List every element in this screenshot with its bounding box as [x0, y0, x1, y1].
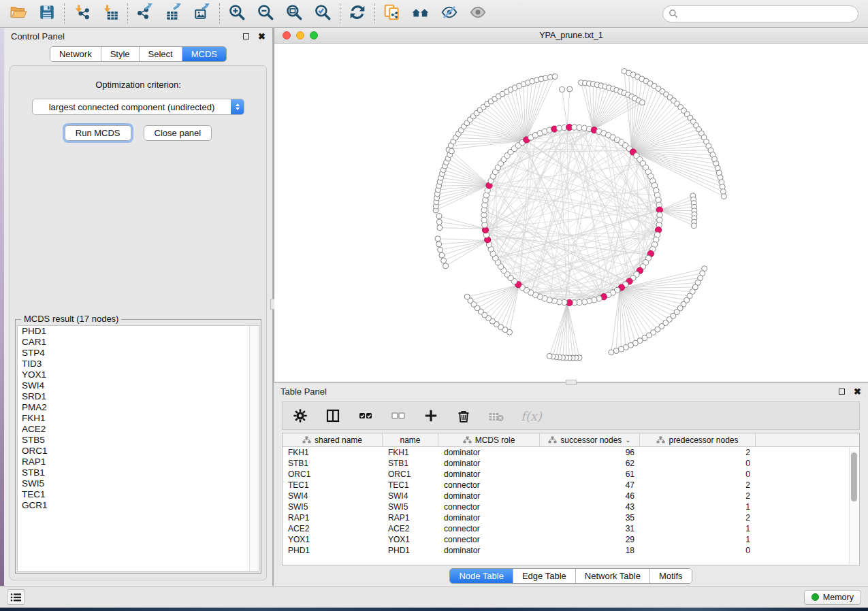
column-header-MCDS-role[interactable]: MCDS role	[438, 433, 540, 446]
zoom-in-button[interactable]	[223, 2, 251, 25]
close-table-panel-icon[interactable]: ✖	[854, 389, 861, 395]
duplicate-network-icon	[383, 3, 401, 24]
save-session-button[interactable]	[33, 2, 61, 25]
horizontal-split-divider[interactable]	[274, 382, 868, 383]
column-header-name[interactable]: name	[383, 433, 438, 446]
settings-button[interactable]	[292, 408, 308, 424]
import-table-button[interactable]	[96, 2, 125, 25]
table-row[interactable]: TEC1TEC1connector472	[283, 480, 859, 491]
table-tab-network-table[interactable]: Network Table	[576, 569, 650, 583]
column-label: name	[400, 435, 420, 445]
select-all-button[interactable]	[357, 408, 374, 424]
hide-selected-button[interactable]	[435, 2, 464, 25]
table-cell: ACE2	[383, 524, 438, 533]
table-scrollbar-thumb[interactable]	[851, 452, 857, 501]
table-tab-edge-table[interactable]: Edge Table	[513, 569, 576, 583]
table-tab-motifs[interactable]: Motifs	[650, 569, 692, 583]
table-cell: SWI5	[283, 502, 383, 512]
mcds-result-item[interactable]: STP4	[18, 348, 259, 359]
control-tab-style[interactable]: Style	[101, 47, 140, 61]
table-scrollbar[interactable]	[849, 448, 858, 564]
float-panel-icon[interactable]	[243, 33, 249, 39]
criterion-selected-value: largest connected component (undirected)	[33, 99, 231, 114]
mcds-result-item[interactable]: YOX1	[18, 369, 259, 380]
control-tab-select[interactable]: Select	[140, 47, 182, 61]
create-column-button[interactable]	[423, 408, 439, 424]
mcds-result-item[interactable]: RAP1	[18, 457, 259, 467]
column-header-shared-name[interactable]: shared name	[283, 433, 383, 446]
table-row[interactable]: ACE2ACE2connector311	[283, 523, 859, 534]
table-cell: 1	[640, 524, 756, 533]
column-header-predecessor-nodes[interactable]: predecessor nodes	[640, 433, 756, 446]
table-cell: SWI4	[283, 491, 383, 501]
optimization-criterion-select[interactable]: largest connected component (undirected)	[32, 99, 244, 115]
mcds-result-item[interactable]: SWI5	[18, 478, 259, 489]
import-network-button[interactable]	[67, 2, 96, 25]
table-row[interactable]: RAP1RAP1dominator352	[283, 512, 859, 523]
float-table-panel-icon[interactable]	[839, 389, 845, 395]
mcds-result-item[interactable]: STB5	[18, 435, 259, 446]
export-table-button[interactable]	[159, 2, 188, 25]
table-row[interactable]: ORC1ORC1dominator610	[283, 469, 859, 480]
close-panel-icon[interactable]: ✖	[258, 33, 266, 39]
mcds-result-item[interactable]: SWI4	[18, 380, 259, 391]
main-toolbar	[0, 0, 868, 28]
save-session-icon	[38, 3, 56, 24]
columns-button[interactable]	[325, 408, 341, 424]
table-cell: 0	[640, 469, 756, 479]
mcds-result-item[interactable]: FKH1	[18, 413, 259, 424]
mcds-result-list[interactable]: PHD1CAR1STP4TID3YOX1SWI4SRD1PMA2FKH1ACE2…	[17, 325, 259, 572]
column-label: successor nodes	[560, 435, 622, 445]
table-row[interactable]: SWI4SWI4dominator462	[283, 491, 859, 501]
mcds-result-item[interactable]: STB1	[18, 467, 259, 478]
zoom-fit-icon	[285, 3, 303, 24]
divider-grip-h[interactable]	[566, 380, 577, 385]
table-cell: 46	[540, 491, 640, 501]
zoom-fit-button[interactable]	[280, 2, 308, 25]
export-network-button[interactable]	[131, 2, 159, 25]
mcds-result-item[interactable]: ORC1	[18, 446, 259, 457]
table-cell: 2	[640, 448, 756, 457]
deselect-all-button[interactable]	[390, 408, 406, 424]
mcds-result-item[interactable]: PMA2	[18, 402, 259, 413]
column-header-successor-nodes[interactable]: successor nodes⌄	[540, 433, 640, 446]
duplicate-network-button[interactable]	[378, 2, 406, 25]
first-neighbors-button[interactable]	[406, 2, 435, 25]
search-input[interactable]	[678, 9, 858, 19]
run-mcds-button[interactable]: Run MCDS	[65, 125, 131, 141]
result-list-scrollbar[interactable]	[249, 326, 259, 571]
refresh-network-button[interactable]	[343, 2, 372, 25]
mcds-result-item[interactable]: PHD1	[18, 326, 259, 337]
search-box[interactable]	[662, 5, 858, 22]
table-row[interactable]: FKH1FKH1dominator962	[283, 447, 859, 458]
table-row[interactable]: PHD1PHD1dominator180	[283, 545, 859, 556]
mcds-result-item[interactable]: ACE2	[18, 424, 259, 435]
open-file-button[interactable]	[4, 2, 33, 25]
memory-button[interactable]: Memory	[804, 590, 861, 605]
network-graph[interactable]	[274, 44, 867, 381]
table-row[interactable]: STB1STB1dominator620	[283, 458, 859, 469]
zoom-out-button[interactable]	[251, 2, 280, 25]
task-history-button[interactable]	[7, 589, 25, 605]
delete-columns-button[interactable]	[455, 408, 472, 424]
zoom-selected-button[interactable]	[308, 2, 337, 25]
table-tab-node-table[interactable]: Node Table	[450, 569, 513, 583]
mcds-result-item[interactable]: GCR1	[18, 500, 259, 511]
table-cell: STB1	[283, 459, 383, 468]
control-tab-network[interactable]: Network	[50, 47, 101, 61]
mcds-result-item[interactable]: CAR1	[18, 337, 259, 348]
table-cell: YOX1	[383, 535, 438, 544]
mcds-result-item[interactable]: TEC1	[18, 489, 259, 500]
refresh-network-icon	[349, 3, 366, 24]
table-row[interactable]: SWI5SWI5connector431	[283, 501, 859, 512]
network-canvas[interactable]	[274, 44, 868, 382]
control-tab-mcds[interactable]: MCDS	[182, 47, 226, 61]
mcds-result-item[interactable]: TID3	[18, 359, 259, 369]
close-panel-button[interactable]: Close panel	[144, 125, 212, 141]
export-image-button[interactable]	[188, 2, 216, 25]
vertical-split-divider[interactable]	[272, 28, 274, 586]
import-network-icon	[73, 3, 91, 24]
mcds-result-item[interactable]: SRD1	[18, 391, 259, 402]
show-all-button[interactable]	[464, 2, 492, 25]
table-row[interactable]: YOX1YOX1connector291	[283, 534, 859, 545]
